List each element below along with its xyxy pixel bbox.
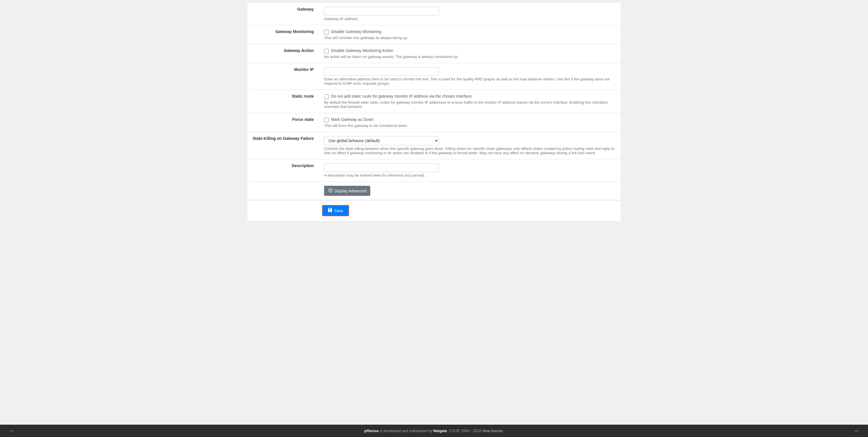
display-advanced-label-cell: [247, 182, 319, 200]
force-state-row: Force state Mark Gateway as Down This wi…: [247, 113, 621, 132]
footer-text: pfSense is developed and maintained by N…: [364, 429, 504, 433]
monitor-ip-hint: Enter an alternative address here to be …: [324, 77, 615, 86]
static-route-row: Static route Do not add static route for…: [247, 90, 621, 113]
state-killing-row: State Killing on Gateway Failure Use glo…: [247, 132, 621, 159]
footer-expand-left[interactable]: ▭: [10, 429, 13, 433]
force-state-value-cell: Mark Gateway as Down This will force thi…: [319, 113, 621, 132]
gateway-action-row: Gateway Action Disable Gateway Monitorin…: [247, 44, 621, 63]
state-killing-hint: Controls the state killing behavior when…: [324, 147, 615, 155]
gear-icon: [328, 188, 333, 193]
gateway-monitoring-hint: This will consider this gateway as alway…: [324, 36, 615, 40]
display-advanced-button[interactable]: Display Advanced: [324, 186, 370, 196]
mark-gateway-down-label[interactable]: Mark Gateway as Down: [331, 117, 374, 122]
gateway-value-cell: 10.222.10.1 Gateway IP address: [319, 3, 621, 25]
gateway-label: Gateway: [247, 3, 319, 25]
save-button-label: Save: [334, 209, 343, 213]
display-advanced-value-cell: Display Advanced: [319, 182, 621, 200]
description-row: Description A description may be entered…: [247, 159, 621, 182]
state-killing-value-cell: Use global behavior (default) Kill state…: [319, 132, 621, 159]
no-static-route-checkbox[interactable]: [324, 94, 329, 99]
no-static-route-label[interactable]: Do not add static route for gateway moni…: [331, 94, 472, 98]
disable-gateway-monitoring-checkbox-label[interactable]: Disable Gateway Monitoring: [331, 29, 381, 34]
display-advanced-button-label: Display Advanced: [334, 189, 366, 193]
gateway-row: Gateway 10.222.10.1 Gateway IP address: [247, 3, 621, 25]
form-table: Gateway 10.222.10.1 Gateway IP address G…: [247, 3, 621, 200]
disable-gateway-action-label[interactable]: Disable Gateway Monitoring Action: [331, 48, 393, 53]
static-route-hint: By default the firewall adds static rout…: [324, 100, 615, 109]
footer-license-link[interactable]: View license.: [482, 429, 504, 433]
disable-gateway-action-checkbox[interactable]: [324, 49, 329, 54]
footer-content: ▭ pfSense is developed and maintained by…: [4, 429, 864, 433]
description-input[interactable]: [324, 163, 439, 172]
state-killing-select[interactable]: Use global behavior (default) Kill state…: [324, 136, 439, 145]
description-value-cell: A description may be entered here for re…: [319, 159, 621, 182]
footer-brand-pfsense: pfSense: [364, 429, 379, 433]
save-icon: [328, 208, 332, 213]
save-button[interactable]: Save: [322, 205, 349, 216]
monitor-ip-value-cell: Enter an alternative address here to be …: [319, 63, 621, 90]
gateway-monitoring-row: Gateway Monitoring Disable Gateway Monit…: [247, 25, 621, 44]
gateway-monitoring-value-cell: Disable Gateway Monitoring This will con…: [319, 25, 621, 44]
footer-after-text: . © ESF 2004 - 2024: [447, 429, 482, 433]
state-killing-label: State Killing on Gateway Failure: [247, 132, 319, 159]
disable-gateway-monitoring-checkbox[interactable]: [324, 30, 329, 34]
gateway-action-value-cell: Disable Gateway Monitoring Action No act…: [319, 44, 621, 63]
action-row: Save: [247, 200, 621, 221]
force-state-hint: This will force this gateway to be consi…: [324, 123, 615, 128]
monitor-ip-row: Monitor IP Enter an alternative address …: [247, 63, 621, 90]
footer-middle-text: is developed and maintained by: [379, 429, 433, 433]
force-state-label: Force state: [247, 113, 319, 132]
description-hint: A description may be entered here for re…: [324, 173, 615, 178]
footer: ▭ pfSense is developed and maintained by…: [0, 425, 868, 437]
monitor-ip-label: Monitor IP: [247, 63, 319, 90]
gateway-action-hint: No action will be taken on gateway event…: [324, 55, 615, 59]
gateway-monitoring-label: Gateway Monitoring: [247, 25, 319, 44]
footer-expand-right[interactable]: ▭: [855, 429, 858, 433]
static-route-value-cell: Do not add static route for gateway moni…: [319, 90, 621, 113]
footer-brand-netgate: Netgate: [433, 429, 447, 433]
monitor-ip-input[interactable]: [324, 67, 439, 76]
static-route-label: Static route: [247, 90, 319, 113]
mark-gateway-down-checkbox[interactable]: [324, 118, 329, 122]
gateway-hint: Gateway IP address: [324, 17, 615, 21]
gateway-input[interactable]: 10.222.10.1: [324, 7, 439, 15]
display-advanced-row: Display Advanced: [247, 182, 621, 200]
description-label: Description: [247, 159, 319, 182]
gateway-action-label: Gateway Action: [247, 44, 319, 63]
